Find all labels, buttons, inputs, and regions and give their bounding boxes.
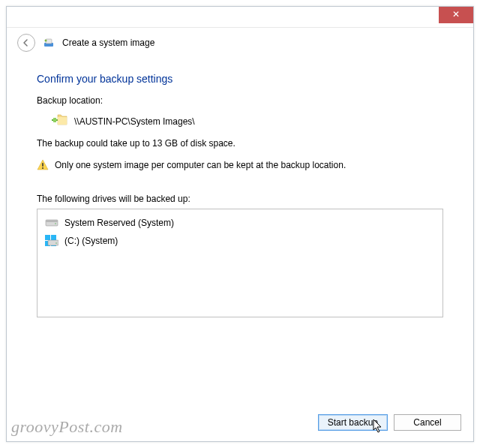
svg-rect-14 (48, 240, 58, 245)
page-heading: Confirm your backup settings (37, 73, 443, 85)
svg-point-6 (42, 167, 44, 169)
window-title: Create a system image (62, 38, 154, 48)
backup-location-row: \\AUSTIN-PC\System Images\ (37, 110, 443, 132)
back-arrow-icon (22, 38, 31, 47)
cancel-button[interactable]: Cancel (394, 414, 461, 431)
titlebar: ✕ (7, 7, 473, 28)
list-item: System Reserved (System) (44, 214, 436, 232)
warning-text: Only one system image per computer can b… (55, 160, 346, 170)
warning-icon (37, 159, 49, 171)
back-button[interactable] (17, 34, 35, 52)
button-row: Start backup Cancel (318, 414, 461, 431)
drive-label: (C:) (System) (64, 236, 118, 246)
start-backup-button[interactable]: Start backup (318, 414, 388, 431)
close-button[interactable]: ✕ (439, 7, 473, 23)
svg-point-15 (56, 242, 57, 244)
space-info-text: The backup could take up to 13 GB of dis… (37, 138, 443, 149)
svg-rect-8 (46, 220, 58, 222)
drives-listbox: System Reserved (System) (C:) (System) (37, 209, 443, 317)
svg-rect-11 (51, 235, 56, 240)
windows-drive-icon (45, 235, 58, 247)
drive-label: System Reserved (System) (64, 218, 174, 228)
dialog-window: ✕ Create a system image Confirm your bac… (6, 6, 474, 442)
svg-point-2 (45, 40, 47, 42)
watermark-text: groovyPost.com (11, 417, 123, 437)
svg-rect-1 (46, 39, 52, 44)
body-area: Confirm your backup settings Backup loca… (7, 59, 473, 317)
network-drive-icon (52, 113, 68, 129)
backup-location-path: \\AUSTIN-PC\System Images\ (74, 116, 195, 127)
close-icon: ✕ (452, 9, 460, 20)
svg-rect-4 (53, 118, 56, 122)
list-item: (C:) (System) (44, 232, 436, 250)
drives-label: The following drives will be backed up: (37, 194, 443, 204)
hard-drive-icon (45, 217, 58, 229)
svg-rect-10 (45, 235, 50, 240)
warning-row: Only one system image per computer can b… (37, 159, 443, 171)
svg-rect-5 (42, 163, 44, 167)
svg-point-9 (55, 223, 56, 224)
header-row: Create a system image (7, 28, 473, 59)
wizard-icon (43, 37, 55, 49)
backup-location-label: Backup location: (37, 95, 443, 106)
